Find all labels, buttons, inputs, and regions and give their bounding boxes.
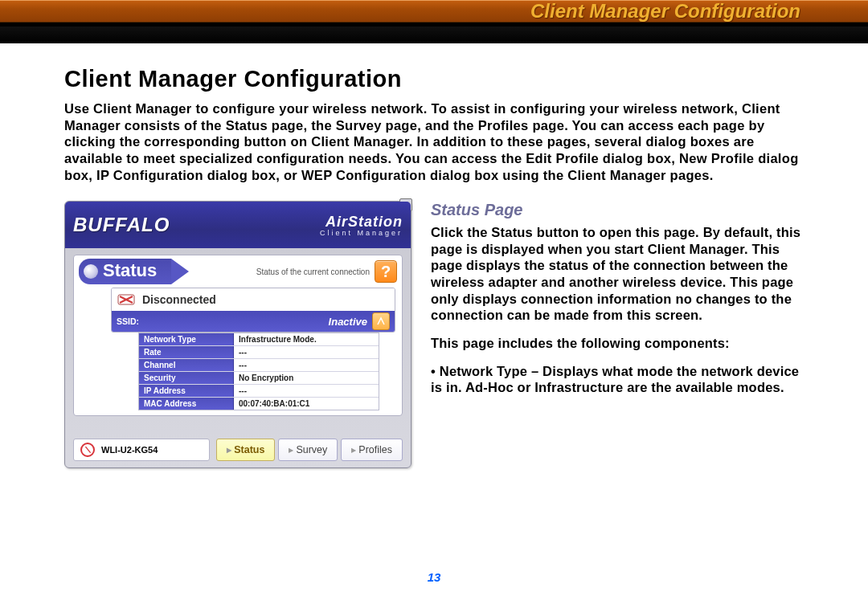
status-panel: Status Status of the current connection …: [73, 255, 403, 416]
adapter-status-icon: [80, 443, 95, 457]
connection-state-row: Disconnected: [112, 288, 395, 311]
ssid-state: Inactive: [329, 316, 367, 328]
title-strip: Client Manager Configuration: [0, 0, 868, 22]
page-number: 13: [0, 570, 868, 584]
table-row: Channel---: [139, 359, 379, 372]
connection-box: Disconnected SSID: Inactive: [111, 288, 395, 333]
banner-title: Client Manager Configuration: [530, 0, 800, 22]
dialog-header: BUFFALO AirStation Client Manager: [65, 202, 411, 248]
client-manager-dialog: × BUFFALO AirStation Client Manager Stat…: [64, 201, 411, 468]
product-name: AirStation Client Manager: [320, 214, 403, 237]
info-table: Network TypeInfrastructure Mode. Rate---…: [138, 333, 379, 410]
tab-status[interactable]: ▶Status: [216, 439, 275, 461]
table-row: IP Address---: [139, 385, 379, 398]
divider: [0, 22, 868, 27]
status-page-para2: This page includes the following compone…: [431, 335, 804, 352]
table-row: Network TypeInfrastructure Mode.: [139, 333, 379, 346]
connection-state: Disconnected: [142, 293, 216, 306]
top-black-bar: Client Manager Configuration: [0, 0, 868, 43]
connection-caption: Status of the current connection: [176, 267, 370, 276]
table-row: SecurityNo Encryption: [139, 372, 379, 385]
tab-survey[interactable]: ▶Survey: [278, 439, 338, 461]
tab-profiles[interactable]: ▶Profiles: [341, 439, 403, 461]
adapter-box: WLI-U2-KG54: [73, 439, 210, 461]
ssid-label: SSID:: [117, 316, 139, 326]
signal-icon: [372, 312, 390, 330]
page-heading: Client Manager Configuration: [64, 66, 804, 92]
brand-logo: BUFFALO: [73, 214, 170, 236]
status-tab-header: Status: [79, 259, 171, 284]
bullet-network-type: • Network Type – Displays what mode the …: [431, 363, 804, 396]
adapter-name: WLI-U2-KG54: [101, 445, 158, 455]
status-label: Status: [103, 260, 157, 281]
ssid-row: SSID: Inactive: [112, 311, 395, 332]
tab-bar: ▶Status ▶Survey ▶Profiles: [216, 439, 403, 461]
disconnect-icon: [117, 292, 136, 308]
table-row: Rate---: [139, 346, 379, 359]
help-icon[interactable]: ?: [375, 260, 397, 283]
status-page-para1: Click the Status button to open this pag…: [431, 224, 804, 324]
product-title: AirStation: [320, 214, 403, 231]
product-subtitle: Client Manager: [320, 229, 403, 237]
table-row: MAC Address00:07:40:BA:01:C1: [139, 398, 379, 410]
status-page-subhead: Status Page: [431, 201, 804, 219]
intro-paragraph: Use Client Manager to configure your wir…: [64, 100, 804, 183]
